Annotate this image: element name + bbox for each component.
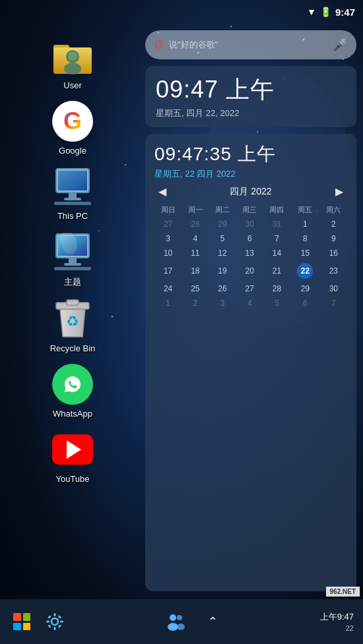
cal-day-cell[interactable]: 26: [209, 281, 236, 296]
svg-rect-49: [58, 624, 62, 628]
cal-day-cell[interactable]: 7: [263, 231, 290, 246]
cal-day-cell[interactable]: 7: [320, 296, 347, 310]
cal-day-cell[interactable]: 28: [182, 217, 209, 231]
taskbar-chevron-up[interactable]: ⌃: [199, 608, 226, 635]
cal-weekday-header: 周六: [320, 203, 347, 217]
cal-day-cell[interactable]: 30: [236, 217, 263, 231]
cal-weekday-header: 周三: [236, 203, 263, 217]
windows-logo: [13, 613, 30, 630]
cal-day-cell[interactable]: 9: [320, 231, 347, 246]
cal-day-cell[interactable]: 22: [290, 260, 320, 281]
taskbar: ⌃ 上午9:47 22: [0, 599, 363, 644]
whatsapp-label: WhatsApp: [53, 409, 92, 419]
youtube-icon: [52, 429, 93, 470]
cal-day-cell[interactable]: 6: [290, 296, 320, 310]
cal-day-cell[interactable]: 1: [290, 217, 320, 231]
theme-label: 主题: [64, 276, 81, 288]
desktop-icons: User G Google: [0, 24, 145, 598]
taskbar-people-icon[interactable]: [162, 608, 189, 635]
svg-point-50: [170, 614, 176, 621]
cal-day-cell[interactable]: 15: [290, 246, 320, 260]
cal-day-cell[interactable]: 18: [182, 260, 209, 281]
cal-day-cell[interactable]: 17: [154, 260, 182, 281]
cal-weekday-header: 周五: [290, 203, 320, 217]
clock-date: 星期五, 四月 22, 2022: [156, 107, 346, 119]
clock-time: 09:47 上午: [156, 74, 346, 106]
cal-day-cell[interactable]: 5: [263, 296, 290, 310]
cal-day-cell[interactable]: 8: [290, 231, 320, 246]
google-search-bar[interactable]: G 说"好的谷歌" 🎤: [145, 30, 356, 59]
recycle-label: Recycle Bin: [50, 343, 96, 353]
cal-day-cell[interactable]: 5: [209, 231, 236, 246]
svg-point-51: [168, 623, 178, 631]
svg-rect-42: [54, 613, 56, 616]
taskbar-time: 上午9:47: [320, 611, 354, 623]
cal-day-cell[interactable]: 6: [236, 231, 263, 246]
youtube-icon-item[interactable]: YouTube: [36, 424, 109, 489]
cal-day-cell[interactable]: 20: [236, 260, 263, 281]
win-logo-blue: [13, 623, 21, 631]
cal-day-cell[interactable]: 27: [236, 281, 263, 296]
windows-start-button[interactable]: [9, 609, 34, 634]
svg-rect-47: [58, 615, 62, 619]
cal-day-cell[interactable]: 12: [209, 246, 236, 260]
mic-icon[interactable]: 🎤: [333, 38, 347, 52]
svg-rect-34: [69, 258, 77, 263]
cal-day-cell[interactable]: 2: [182, 296, 209, 310]
cal-day-cell[interactable]: 30: [320, 281, 347, 296]
cal-day-cell[interactable]: 14: [263, 246, 290, 260]
youtube-label: YouTube: [55, 474, 89, 484]
cal-month-year: 四月 2022: [230, 186, 271, 198]
win-logo-red: [13, 613, 21, 621]
wifi-icon: ▼: [307, 7, 316, 17]
user-icon-item[interactable]: User: [36, 30, 109, 96]
svg-rect-36: [54, 267, 91, 270]
cal-day-cell[interactable]: 2: [320, 217, 347, 231]
watermark: 962.NET: [326, 587, 360, 597]
cal-day-cell[interactable]: 16: [320, 246, 347, 260]
cal-day-cell[interactable]: 19: [209, 260, 236, 281]
cal-day-cell[interactable]: 4: [182, 231, 209, 246]
cal-day-cell[interactable]: 21: [263, 260, 290, 281]
win-logo-green: [23, 613, 31, 621]
svg-rect-38: [67, 300, 79, 305]
taskbar-date: 22: [346, 624, 354, 632]
taskbar-center: ⌃: [162, 608, 226, 635]
thispc-icon: [52, 166, 93, 207]
whatsapp-icon-item[interactable]: WhatsApp: [36, 359, 109, 424]
yt-play-triangle: [67, 440, 81, 459]
cal-day-cell[interactable]: 3: [154, 231, 182, 246]
cal-day-cell[interactable]: 1: [154, 296, 182, 310]
svg-point-23: [64, 63, 81, 74]
recycle-icon-item[interactable]: ♻ Recycle Bin: [36, 293, 109, 359]
calendar-widget: 09:47:35 上午 星期五, 22 四月 2022 ◀ 四月 2022 ▶ …: [145, 134, 356, 591]
google-icon-item[interactable]: G Google: [36, 96, 109, 161]
cal-day-cell[interactable]: 3: [209, 296, 236, 310]
theme-icon-item[interactable]: 主题: [36, 226, 109, 293]
thispc-label: This PC: [57, 211, 88, 221]
cal-day-cell[interactable]: 23: [320, 260, 347, 281]
cal-day-cell[interactable]: 29: [209, 217, 236, 231]
calendar-date: 星期五, 22 四月 2022: [154, 168, 347, 180]
cal-day-cell[interactable]: 29: [290, 281, 320, 296]
cal-weekday-header: 周日: [154, 203, 182, 217]
cal-day-cell[interactable]: 11: [182, 246, 209, 260]
cal-day-cell[interactable]: 31: [263, 217, 290, 231]
search-g-logo: G: [154, 38, 164, 52]
cal-day-cell[interactable]: 24: [154, 281, 182, 296]
google-label: Google: [59, 146, 86, 156]
thispc-icon-item[interactable]: This PC: [36, 161, 109, 226]
cal-day-cell[interactable]: 25: [182, 281, 209, 296]
cal-next-button[interactable]: ▶: [331, 185, 347, 198]
svg-rect-30: [54, 202, 91, 205]
cal-day-cell[interactable]: 27: [154, 217, 182, 231]
cal-day-cell[interactable]: 10: [154, 246, 182, 260]
cal-day-cell[interactable]: 13: [236, 246, 263, 260]
cal-day-cell[interactable]: 28: [263, 281, 290, 296]
cal-day-cell[interactable]: 4: [236, 296, 263, 310]
svg-point-52: [177, 615, 182, 620]
svg-rect-45: [60, 621, 63, 623]
cal-prev-button[interactable]: ◀: [154, 185, 170, 198]
taskbar-settings-icon[interactable]: [41, 608, 69, 635]
svg-rect-44: [46, 621, 50, 623]
